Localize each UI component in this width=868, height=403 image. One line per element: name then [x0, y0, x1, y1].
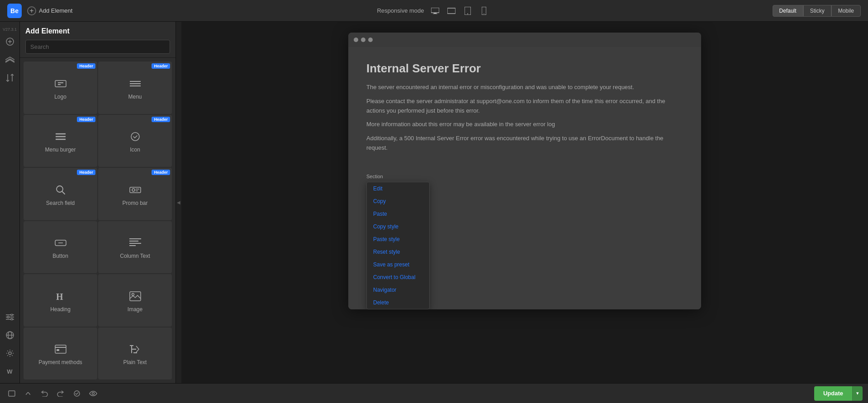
context-menu-item-paste-style[interactable]: Paste style [367, 233, 429, 246]
context-menu-overlay: Section Edit Copy Paste Copy style Paste… [366, 174, 430, 309]
menu-icon [129, 77, 142, 90]
error-title: Internal Server Error [366, 62, 683, 76]
desktop-view-button[interactable] [428, 5, 442, 17]
header-badge-menu-burger: Header [77, 117, 95, 122]
column-text-icon [129, 237, 141, 249]
element-label-menu-burger: Menu burger [45, 147, 76, 153]
topbar-view-icons [428, 5, 491, 17]
element-card-menu[interactable]: Header Menu [98, 62, 172, 114]
dot-yellow [361, 38, 365, 42]
svg-point-34 [132, 189, 135, 191]
version-label: V27.3.1 [3, 27, 17, 32]
search-input[interactable] [25, 40, 170, 54]
image-element-icon [129, 290, 141, 303]
dot-green [368, 38, 373, 42]
context-menu-item-copy-style[interactable]: Copy style [367, 220, 429, 233]
element-card-plain-text[interactable]: Plain Text [98, 327, 172, 380]
add-circle-button[interactable] [2, 33, 18, 50]
ai-assist-button[interactable] [71, 387, 83, 400]
sticky-view-button[interactable]: Sticky [803, 5, 831, 17]
error-text-1: Please contact the server administrator … [366, 97, 683, 116]
element-label-icon: Icon [130, 147, 140, 153]
context-menu-item-navigator[interactable]: Navigator [367, 284, 429, 296]
left-sidebar: V27.3.1 W [0, 22, 20, 383]
gear-button[interactable] [2, 345, 18, 361]
panel-collapse-handle[interactable]: ◀ [176, 22, 181, 383]
plain-text-icon [130, 343, 141, 356]
globe-button[interactable] [2, 327, 18, 343]
preview-toggle-button[interactable] [5, 387, 18, 400]
add-element-label: Add Element [39, 7, 72, 14]
elements-panel: Add Element Header Logo Header Menu [20, 22, 176, 383]
context-menu: Edit Copy Paste Copy style Paste style R… [366, 182, 430, 309]
update-dropdown-button[interactable]: ▾ [852, 386, 863, 401]
context-menu-item-delete[interactable]: Delete [367, 296, 429, 309]
elements-grid: Header Logo Header Menu Header [20, 58, 175, 383]
element-label-search-field: Search field [46, 200, 75, 206]
element-label-promo-bar: Promo bar [122, 200, 147, 206]
svg-rect-0 [431, 8, 439, 13]
element-card-search-field[interactable]: Header Search field [24, 168, 97, 220]
section-label: Section [366, 174, 430, 179]
browser-content: Internal Server Error The server encount… [348, 47, 701, 309]
tablet-landscape-view-button[interactable] [444, 5, 459, 17]
error-text-0: The server encountered an internal error… [366, 83, 683, 92]
header-badge-menu: Header [152, 63, 170, 69]
element-card-button[interactable]: Button [24, 221, 97, 274]
element-card-image[interactable]: Image [98, 274, 172, 327]
topbar-right: Default Sticky Mobile [773, 5, 861, 17]
responsive-mode-label: Responsive mode [377, 7, 424, 14]
button-element-icon [54, 237, 67, 249]
context-menu-item-save-preset[interactable]: Save as preset [367, 258, 429, 271]
update-button-group: Update ▾ [814, 386, 863, 401]
update-button[interactable]: Update [814, 386, 852, 401]
svg-point-45 [132, 293, 134, 295]
transfer-button[interactable] [2, 70, 18, 86]
element-label-heading: Heading [50, 306, 71, 313]
redo-button[interactable] [54, 387, 67, 400]
element-label-logo: Logo [54, 94, 66, 100]
element-card-column-text[interactable]: Column Text [98, 221, 172, 274]
mobile-view-button[interactable] [477, 5, 491, 17]
context-menu-item-convert-global[interactable]: Convert to Global [367, 271, 429, 284]
layers-button[interactable] [2, 52, 18, 68]
element-card-promo-bar[interactable]: Header Promo bar [98, 168, 172, 220]
element-card-payment-methods[interactable]: Payment methods [24, 327, 97, 380]
svg-point-20 [9, 352, 11, 355]
context-menu-item-edit[interactable]: Edit [367, 182, 429, 195]
main-area: V27.3.1 W Add Element [0, 22, 868, 383]
undo-button[interactable] [38, 387, 51, 400]
add-element-button[interactable]: + Add Element [27, 6, 72, 15]
element-card-logo[interactable]: Header Logo [24, 62, 97, 114]
context-menu-item-reset-style[interactable]: Reset style [367, 246, 429, 258]
svg-rect-3 [447, 8, 455, 14]
panel-title: Add Element [25, 27, 170, 35]
element-label-payment-methods: Payment methods [38, 359, 82, 365]
element-card-menu-burger[interactable]: Header Menu burger [24, 115, 97, 167]
icon-element-icon [130, 130, 141, 143]
tablet-view-button[interactable] [460, 5, 475, 17]
svg-rect-46 [55, 345, 66, 353]
context-menu-item-copy[interactable]: Copy [367, 195, 429, 208]
default-view-button[interactable]: Default [773, 5, 803, 17]
topbar-left: Be + Add Element [7, 4, 72, 18]
eye-button[interactable] [87, 387, 100, 400]
heading-icon: H [55, 290, 66, 303]
topbar-center: Responsive mode [377, 5, 491, 17]
element-card-icon[interactable]: Header Icon [98, 115, 172, 167]
chevron-up-button[interactable] [22, 387, 34, 400]
svg-point-16 [11, 318, 13, 320]
topbar: Be + Add Element Responsive mode Default… [0, 0, 868, 22]
svg-rect-2 [433, 14, 437, 14]
payment-methods-icon [54, 343, 67, 356]
svg-rect-1 [434, 13, 436, 14]
slider-settings-button[interactable] [2, 309, 18, 325]
element-card-heading[interactable]: H Heading [24, 274, 97, 327]
element-label-column-text: Column Text [120, 253, 150, 259]
wordpress-button[interactable]: W [2, 363, 18, 379]
mobile-view-mode-button[interactable]: Mobile [831, 5, 861, 17]
element-label-plain-text: Plain Text [123, 359, 147, 365]
menu-burger-icon [56, 130, 66, 143]
context-menu-item-paste[interactable]: Paste [367, 208, 429, 220]
svg-rect-52 [9, 391, 15, 396]
